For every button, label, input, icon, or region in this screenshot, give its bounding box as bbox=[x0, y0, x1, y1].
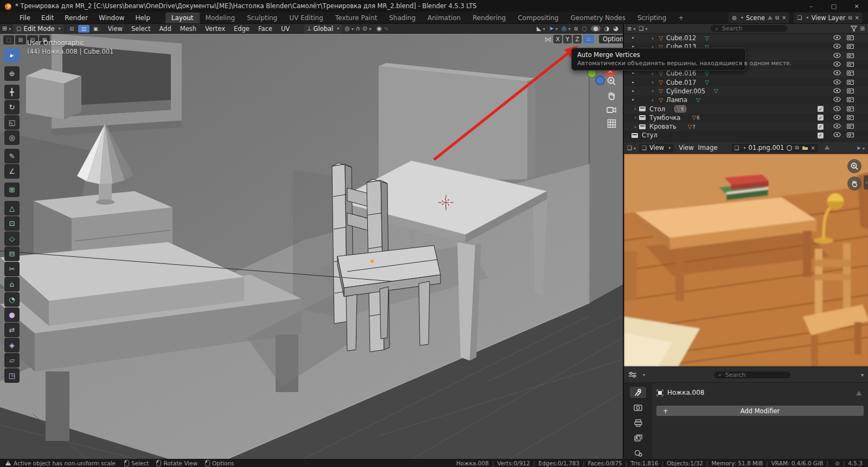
item-name[interactable]: Стул bbox=[642, 131, 658, 139]
camera-icon[interactable] bbox=[847, 96, 854, 104]
workspace-tab[interactable]: Animation bbox=[422, 12, 467, 23]
menu-item[interactable]: Help bbox=[130, 13, 155, 23]
active-object-name[interactable]: Ножка.008 bbox=[667, 389, 705, 396]
tool-button[interactable]: ◈ bbox=[4, 338, 20, 352]
tool-button[interactable]: ╋ bbox=[4, 85, 20, 99]
pin-icon[interactable]: ⟁ bbox=[768, 15, 773, 21]
camera-icon[interactable] bbox=[847, 105, 854, 113]
unlink-icon[interactable]: × bbox=[811, 145, 815, 151]
viewport-canvas[interactable] bbox=[0, 34, 623, 459]
outliner-row[interactable]: • › ▽ Стул ▽ ▽ ✓ bbox=[624, 131, 868, 140]
viewport-menu-item[interactable]: Select bbox=[127, 25, 155, 33]
unlink-icon[interactable]: × bbox=[782, 15, 786, 21]
expand-icon[interactable]: › bbox=[649, 35, 656, 42]
expand-icon[interactable]: › bbox=[631, 105, 639, 112]
exclude-checkbox[interactable]: ✓ bbox=[818, 124, 824, 130]
tool-button[interactable]: ⊞ bbox=[4, 182, 20, 197]
copy-icon[interactable]: ⧉ bbox=[795, 144, 799, 151]
eye-icon[interactable] bbox=[833, 87, 841, 95]
outliner-row[interactable]: • › ▽ Cube.012 ▽ ▽ ✓ bbox=[624, 34, 868, 42]
snap-target-icon[interactable]: ⊙▾ bbox=[362, 26, 371, 31]
tool-button[interactable]: ∠ bbox=[4, 164, 20, 179]
tool-button[interactable]: ⊡ bbox=[4, 216, 20, 231]
tool-button[interactable]: ↻ bbox=[4, 100, 20, 115]
tab-view-layer[interactable] bbox=[630, 432, 646, 444]
mirror-axis-button[interactable]: Z bbox=[573, 35, 582, 43]
search-input[interactable] bbox=[724, 371, 786, 379]
viewport-menu-item[interactable]: UV bbox=[277, 25, 294, 33]
pivot-point-icon[interactable]: ◎▾ bbox=[344, 26, 354, 31]
image-pan-button[interactable] bbox=[847, 176, 861, 191]
viewport-menu-item[interactable]: Add bbox=[155, 25, 175, 33]
eye-icon[interactable] bbox=[833, 114, 841, 122]
tool-button[interactable]: ◳ bbox=[4, 368, 20, 383]
select-extend-icon[interactable]: ⊞ bbox=[15, 35, 26, 45]
tool-button[interactable]: ◇ bbox=[4, 231, 20, 246]
outliner-row[interactable]: • › ▽ Тумбочка ▽ ▽6 ✓ bbox=[624, 113, 868, 122]
workspace-tab[interactable]: Sculpting bbox=[241, 12, 283, 23]
eye-icon[interactable] bbox=[833, 131, 841, 139]
tool-button[interactable]: ⌂ bbox=[4, 277, 20, 292]
item-name[interactable]: Cube.012 bbox=[666, 34, 696, 42]
outliner-search[interactable]: ⌕ bbox=[711, 25, 787, 32]
viewport-3d[interactable]: ⊞▾ ◻ Edit Mode▾ ⊡ ◫ ▣ ViewSelectAddMeshV… bbox=[0, 24, 623, 459]
eye-icon[interactable] bbox=[833, 61, 841, 68]
wall-cube[interactable] bbox=[26, 68, 81, 119]
eye-icon[interactable] bbox=[833, 52, 841, 60]
pan-hand-icon[interactable] bbox=[607, 91, 616, 100]
workspace-tab[interactable]: Compositing bbox=[512, 12, 564, 23]
expand-icon[interactable]: › bbox=[649, 87, 656, 94]
editor-type-icon[interactable]: ≣▾ bbox=[627, 26, 635, 31]
camera-icon[interactable] bbox=[847, 79, 854, 86]
ortho-grid-icon[interactable] bbox=[607, 119, 616, 128]
tool-button[interactable]: ◱ bbox=[4, 115, 20, 130]
shading-wireframe-icon[interactable]: ◌ bbox=[582, 26, 588, 31]
gizmo-toggle-icon[interactable]: ➤▾ bbox=[549, 26, 558, 31]
minimize-button[interactable]: – bbox=[800, 0, 822, 12]
eye-icon[interactable] bbox=[833, 105, 841, 113]
viewport-menu-item[interactable]: Vertex bbox=[201, 25, 229, 33]
camera-icon[interactable] bbox=[847, 61, 854, 68]
item-name[interactable]: Cube.016 bbox=[666, 70, 696, 77]
workspace-tab[interactable]: + bbox=[672, 12, 690, 23]
shading-rendered-icon[interactable]: ◕ bbox=[613, 26, 618, 31]
tab-render[interactable] bbox=[630, 402, 646, 413]
tool-button[interactable]: ● bbox=[4, 307, 20, 322]
wall-picture[interactable] bbox=[379, 63, 535, 181]
view-layer-selector[interactable]: ❏ ▾ View Layer ⧉ × bbox=[794, 12, 863, 23]
exclude-checkbox[interactable]: ✓ bbox=[818, 115, 824, 121]
workspace-tab[interactable]: Shading bbox=[383, 12, 422, 23]
expand-icon[interactable]: › bbox=[649, 97, 656, 104]
zoom-icon[interactable] bbox=[607, 76, 616, 86]
properties-editor-icon[interactable] bbox=[628, 371, 637, 378]
tool-button[interactable]: ✎ bbox=[4, 149, 20, 163]
viewport-menu-item[interactable]: View bbox=[104, 25, 127, 33]
unlink-icon[interactable]: × bbox=[855, 15, 859, 21]
image-editor-menu-item[interactable]: View bbox=[676, 144, 695, 152]
tool-button[interactable]: ⊕ bbox=[4, 66, 20, 81]
item-name[interactable]: Стол bbox=[649, 105, 665, 113]
gizmo-z-ball[interactable] bbox=[595, 75, 605, 85]
maximize-button[interactable]: ▢ bbox=[822, 0, 845, 12]
tab-scene[interactable] bbox=[630, 447, 646, 459]
filter-funnel-icon[interactable] bbox=[851, 26, 857, 31]
eye-icon[interactable] bbox=[833, 34, 841, 42]
exclude-checkbox[interactable]: ✓ bbox=[818, 132, 824, 138]
orientation-dropdown[interactable]: ⟂ Global▾ bbox=[304, 24, 342, 33]
edge-select-button[interactable]: ◫ bbox=[78, 25, 90, 33]
outliner-row[interactable]: • › ▽ Cylinder.005 ▽ ▽ ✓ bbox=[624, 87, 868, 96]
tool-button[interactable]: ⊟ bbox=[4, 247, 20, 261]
item-name[interactable]: Лампа bbox=[666, 96, 687, 104]
menu-item[interactable]: File bbox=[14, 13, 36, 23]
viewport-menu-item[interactable]: Mesh bbox=[176, 25, 201, 33]
outliner-row[interactable]: • › ▽ Лампа ▽ ▽ ✓ bbox=[624, 96, 868, 104]
tool-button[interactable]: ⇄ bbox=[4, 323, 20, 337]
tool-button[interactable]: ▱ bbox=[4, 353, 20, 368]
close-button[interactable]: × bbox=[845, 0, 868, 12]
eye-icon[interactable] bbox=[833, 70, 841, 77]
proportional-edit-icon[interactable]: ◉ bbox=[376, 26, 382, 31]
gizmo-dropdown-icon[interactable]: ➤▾ bbox=[857, 145, 865, 151]
workspace-tab[interactable]: Texture Paint bbox=[329, 12, 383, 23]
menu-item[interactable]: Edit bbox=[36, 13, 59, 23]
tab-output[interactable] bbox=[630, 417, 646, 428]
